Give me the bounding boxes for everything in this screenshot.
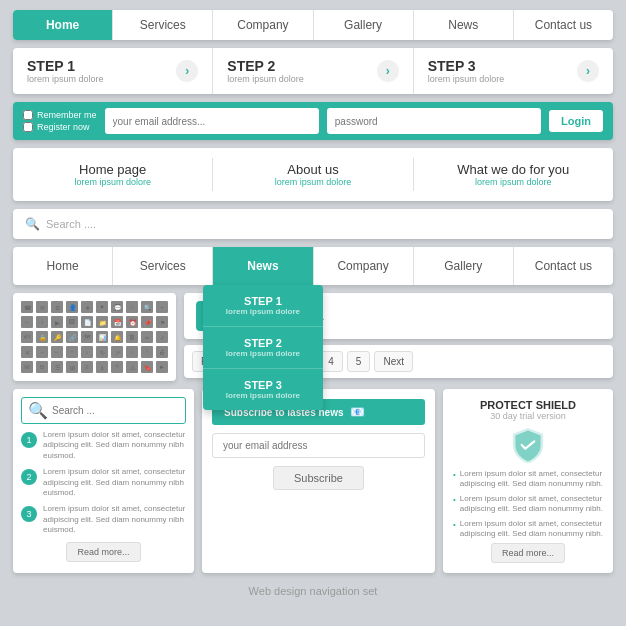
list-text-1: Lorem ipsum dolor sit amet, consectetur … (43, 430, 186, 461)
info-home-title: Home page (23, 162, 202, 177)
shield-bullet-1: • (453, 470, 456, 480)
nav2-contact[interactable]: Contact us (514, 247, 613, 285)
step-2-title: STEP 2 (227, 58, 304, 74)
icon-download: ↓ (126, 346, 138, 358)
step-3-title: STEP 3 (428, 58, 505, 74)
icon-gear: ⚙ (51, 301, 63, 313)
list-text-3: Lorem ipsum dolor sit amet, consectetur … (43, 504, 186, 535)
shield-svg-icon (510, 427, 546, 463)
nav2-services[interactable]: Services (113, 247, 213, 285)
icon-warning: ⚠ (126, 361, 138, 373)
password-input[interactable] (327, 108, 541, 134)
remember-me-checkbox[interactable] (23, 110, 33, 120)
icon-upload: ↑ (141, 346, 153, 358)
shield-sub: 30 day trial version (453, 411, 603, 421)
step-2[interactable]: STEP 2 lorem ipsum dolore › (213, 48, 413, 94)
subscribe-email-input[interactable] (212, 433, 425, 458)
step-1[interactable]: STEP 1 lorem ipsum dolore › (13, 48, 213, 94)
login-checkboxes: Remember me Register now (23, 110, 97, 132)
login-button[interactable]: Login (549, 110, 603, 132)
shield-list-item-1: • Lorem ipsum dolor sit amet, consectetu… (453, 469, 603, 490)
icon-list: ≡ (81, 361, 93, 373)
info-bar: Home page lorem ipsum dolore About us lo… (13, 148, 613, 201)
icon-calendar: 📅 (111, 316, 123, 328)
icon-play: ► (156, 361, 168, 373)
icon-user: 👤 (66, 301, 78, 313)
list-item-1: 1 Lorem ipsum dolor sit amet, consectetu… (21, 430, 186, 461)
step-3-sub: lorem ipsum dolore (428, 74, 505, 84)
step-3[interactable]: STEP 3 lorem ipsum dolore › (414, 48, 613, 94)
icon-chart: 📊 (96, 331, 108, 343)
icon-share: ↗ (111, 346, 123, 358)
nav1-services[interactable]: Services (113, 10, 213, 40)
register-now-checkbox[interactable] (23, 122, 33, 132)
list-item-2: 2 Lorem ipsum dolor sit amet, consectetu… (21, 467, 186, 498)
list-num-1: 1 (21, 432, 37, 448)
nav1-news[interactable]: News (414, 10, 514, 40)
nav2-company[interactable]: Company (314, 247, 414, 285)
icon-folder: 📁 (96, 316, 108, 328)
icon-pin: 📌 (141, 316, 153, 328)
list-search[interactable]: 🔍 (21, 397, 186, 424)
icon-help: ? (111, 361, 123, 373)
icon-info: ℹ (96, 361, 108, 373)
shield-list: • Lorem ipsum dolor sit amet, consectetu… (453, 469, 603, 539)
icon-arrow-up: ↑ (66, 346, 78, 358)
shield-widget: PROTECT SHIELD 30 day trial version • Lo… (443, 389, 613, 573)
icon-check: ✓ (156, 331, 168, 343)
subscribe-icon: 📧 (350, 405, 365, 419)
icon-flag: ⚑ (156, 316, 168, 328)
dropdown-step-3[interactable]: STEP 3 lorem ipsum dolore (203, 369, 323, 410)
step-1-sub: lorem ipsum dolore (27, 74, 104, 84)
icon-battery: B (36, 361, 48, 373)
nav-bar-1: Home Services Company Gallery News Conta… (13, 10, 613, 40)
shield-header: PROTECT SHIELD 30 day trial version (453, 399, 603, 421)
icon-print: 🖨 (156, 346, 168, 358)
icon-lock: 🔒 (36, 331, 48, 343)
info-about: About us lorem ipsum dolore (213, 158, 413, 191)
info-about-title: About us (223, 162, 402, 177)
shield-title: PROTECT SHIELD (453, 399, 603, 411)
steps-bar: STEP 1 lorem ipsum dolore › STEP 2 lorem… (13, 48, 613, 94)
icon-home: ⌂ (126, 301, 138, 313)
remember-me-label[interactable]: Remember me (23, 110, 97, 120)
nav2-news[interactable]: News STEP 1 lorem ipsum dolore STEP 2 lo… (213, 247, 313, 285)
icon-bookmark: 🔖 (141, 361, 153, 373)
shield-read-more-button[interactable]: Read more... (491, 543, 565, 563)
icon-tag: 🏷 (21, 331, 33, 343)
dropdown-step-1[interactable]: STEP 1 lorem ipsum dolore (203, 285, 323, 327)
icon-email: ✉ (36, 301, 48, 313)
shield-bullet-2: • (453, 495, 456, 505)
nav-bar-2-wrapper: Home Services News STEP 1 lorem ipsum do… (13, 247, 613, 285)
next-button[interactable]: Next (374, 351, 413, 372)
icon-plus: + (156, 301, 168, 313)
search-bar-1[interactable]: 🔍 Search .... (13, 209, 613, 239)
nav1-gallery[interactable]: Gallery (314, 10, 414, 40)
list-widget: 🔍 1 Lorem ipsum dolor sit amet, consecte… (13, 389, 194, 573)
icon-heart: ♥ (96, 301, 108, 313)
icon-trash: 🗑 (126, 331, 138, 343)
nav1-company[interactable]: Company (213, 10, 313, 40)
list-text-2: Lorem ipsum dolor sit amet, consectetur … (43, 467, 186, 498)
list-search-input[interactable] (52, 405, 179, 416)
icons-panel: ☎ ✉ ⚙ 👤 ★ ♥ 💬 ⌂ 🔍 + − ♪ ▶ 🖼 📄 📁 📅 ⏰ 📌 ⚑ (13, 293, 176, 381)
nav2-gallery[interactable]: Gallery (414, 247, 514, 285)
step-2-sub: lorem ipsum dolore (227, 74, 304, 84)
nav1-home[interactable]: Home (13, 10, 113, 40)
icon-wifi: W (21, 361, 33, 373)
email-input[interactable] (105, 108, 319, 134)
page-5-button[interactable]: 5 (347, 351, 371, 372)
subscribe-button[interactable]: Subscribe (273, 466, 364, 490)
nav2-home[interactable]: Home (13, 247, 113, 285)
shield-list-item-3: • Lorem ipsum dolor sit amet, consectetu… (453, 519, 603, 540)
list-read-more-button[interactable]: Read more... (66, 542, 140, 562)
dropdown-step-2[interactable]: STEP 2 lorem ipsum dolore (203, 327, 323, 369)
register-now-label[interactable]: Register now (23, 122, 97, 132)
icon-arrow-right: → (36, 346, 48, 358)
icon-edit: ✏ (141, 331, 153, 343)
info-home: Home page lorem ipsum dolore (13, 158, 213, 191)
nav1-contact[interactable]: Contact us (514, 10, 613, 40)
shield-bullet-3: • (453, 520, 456, 530)
icon-image: 🖼 (66, 316, 78, 328)
icon-arrow-left: ← (51, 346, 63, 358)
